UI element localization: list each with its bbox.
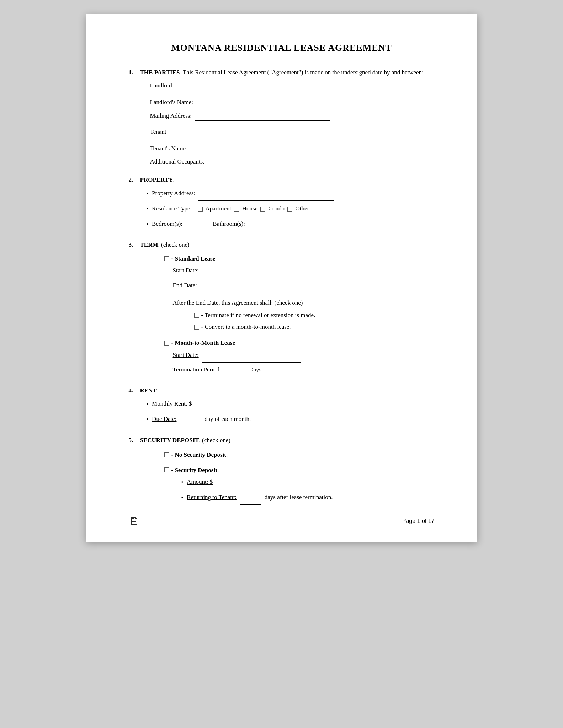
section-5-number: 5.	[129, 435, 137, 445]
section-2-number: 2.	[129, 175, 137, 184]
convert-label: - Convert to a month-to-month lease.	[201, 322, 291, 332]
bullet-icon: •	[147, 189, 149, 198]
apartment-checkbox[interactable]	[198, 207, 203, 212]
section-2: 2. PROPERTY. • Property Address: • Resid…	[129, 175, 435, 231]
bullet-icon: •	[181, 478, 184, 487]
deposit-label: - Security Deposit	[171, 465, 217, 475]
section-1-label: THE PARTIES	[140, 69, 180, 76]
additional-occupants-label: Additional Occupants:	[150, 158, 205, 165]
bullet-icon: •	[181, 493, 184, 502]
section-4-text: .	[157, 386, 158, 395]
amount-field[interactable]	[214, 482, 250, 489]
no-deposit-checkbox[interactable]	[164, 452, 169, 457]
document-icon: 🗎	[129, 514, 140, 528]
no-deposit-label: - No Security Deposit	[171, 450, 226, 460]
returning-label: Returning to Tenant:	[187, 492, 237, 502]
apartment-option: Apartment	[205, 205, 233, 212]
landlords-name-field[interactable]	[196, 100, 296, 107]
landlord-label: Landlord	[150, 81, 172, 90]
bedrooms-item: • Bedroom(s): Bathroom(s):	[147, 219, 435, 231]
bullet-icon: •	[147, 415, 149, 424]
house-checkbox[interactable]	[234, 207, 239, 212]
section-5-label: SECURITY DEPOSIT	[140, 435, 199, 445]
section-2-text: .	[173, 175, 174, 184]
returning-field[interactable]	[240, 498, 261, 505]
page-title: MONTANA RESIDENTIAL LEASE AGREEMENT	[129, 43, 435, 53]
mailing-address-row: Mailing Address:	[150, 111, 435, 121]
property-address-label: Property Address:	[152, 188, 195, 198]
bullet-icon: •	[147, 400, 149, 409]
section-1-number: 1.	[129, 68, 137, 77]
tenants-name-label: Tenant's Name:	[150, 145, 187, 152]
additional-occupants-field[interactable]	[207, 159, 342, 166]
due-date-field[interactable]	[180, 420, 201, 427]
property-address-field[interactable]	[198, 194, 334, 201]
other-option: Other:	[295, 205, 312, 212]
deposit-option: - Security Deposit. • Amount: $ • Return…	[164, 465, 435, 505]
tenant-label: Tenant	[150, 127, 166, 136]
returning-item: • Returning to Tenant: days after lease …	[181, 492, 435, 505]
month-start-field[interactable]	[202, 355, 301, 363]
bullet-icon: •	[147, 220, 149, 229]
terminate-checkbox[interactable]	[194, 313, 199, 318]
other-checkbox[interactable]	[287, 207, 292, 212]
end-date-row: End Date:	[173, 280, 435, 293]
tenants-name-field[interactable]	[190, 146, 290, 153]
residence-type-item: • Residence Type: Apartment House Condo …	[147, 204, 435, 216]
bedrooms-label: Bedroom(s):	[152, 219, 182, 229]
days-label: Days	[249, 366, 261, 373]
section-3: 3. TERM. (check one) - Standard Lease St…	[129, 240, 435, 377]
section-3-label: TERM	[140, 240, 158, 250]
monthly-rent-item: • Monthly Rent: $	[147, 399, 435, 411]
month-lease-checkbox[interactable]	[164, 341, 169, 346]
standard-lease-label: - Standard Lease	[171, 254, 216, 263]
section-2-label: PROPERTY	[140, 175, 173, 184]
section-4: 4. RENT. • Monthly Rent: $ • Due Date: d…	[129, 386, 435, 427]
deposit-checkbox[interactable]	[164, 467, 169, 472]
no-deposit-period: .	[226, 450, 228, 460]
section-4-label: RENT	[140, 386, 157, 395]
start-date-label: Start Date:	[173, 266, 199, 275]
section-3-number: 3.	[129, 240, 137, 250]
landlords-name-row: Landlord's Name:	[150, 97, 435, 107]
monthly-rent-label: Monthly Rent: $	[152, 399, 192, 408]
due-date-item: • Due Date: day of each month.	[147, 414, 435, 427]
due-date-suffix: day of each month.	[205, 416, 251, 422]
property-address-item: • Property Address:	[147, 188, 435, 201]
termination-period-row: Termination Period: Days	[173, 365, 435, 377]
monthly-rent-field[interactable]	[193, 404, 229, 411]
month-lease-label: - Month-to-Month Lease	[171, 338, 235, 348]
mailing-address-field[interactable]	[195, 113, 330, 121]
other-field[interactable]	[314, 209, 356, 216]
house-option: House	[242, 205, 259, 212]
amount-item: • Amount: $	[181, 477, 435, 489]
after-end-text: After the End Date, this Agreement shall…	[173, 298, 435, 307]
section-5: 5. SECURITY DEPOSIT. (check one) - No Se…	[129, 435, 435, 505]
convert-checkbox[interactable]	[194, 325, 199, 330]
additional-occupants-row: Additional Occupants:	[150, 157, 435, 166]
mailing-address-label: Mailing Address:	[150, 112, 192, 119]
standard-lease-checkbox[interactable]	[164, 256, 169, 261]
tenants-name-row: Tenant's Name:	[150, 144, 435, 153]
deposit-period: .	[217, 465, 219, 475]
section-1-text: . This Residential Lease Agreement ("Agr…	[180, 69, 423, 76]
termination-period-field[interactable]	[224, 370, 245, 377]
start-date-field[interactable]	[202, 271, 301, 278]
section-1: 1. THE PARTIES. This Residential Lease A…	[129, 68, 435, 166]
section-4-number: 4.	[129, 386, 137, 395]
bedrooms-field[interactable]	[185, 224, 207, 231]
condo-checkbox[interactable]	[260, 207, 265, 212]
page-number: Page 1 of 17	[402, 518, 435, 524]
no-deposit-option: - No Security Deposit.	[164, 450, 435, 460]
section-5-text: . (check one)	[199, 435, 230, 445]
bathrooms-field[interactable]	[248, 224, 269, 231]
landlords-name-label: Landlord's Name:	[150, 99, 193, 106]
month-start-label: Start Date:	[173, 350, 199, 360]
returning-suffix: days after lease termination.	[265, 494, 333, 500]
condo-option: Condo	[269, 205, 286, 212]
month-start-date-row: Start Date:	[173, 350, 435, 363]
page-footer: 🗎 Page 1 of 17	[129, 514, 435, 528]
due-date-label: Due Date:	[152, 414, 176, 424]
termination-period-label: Termination Period:	[173, 365, 221, 374]
end-date-field[interactable]	[200, 286, 299, 293]
